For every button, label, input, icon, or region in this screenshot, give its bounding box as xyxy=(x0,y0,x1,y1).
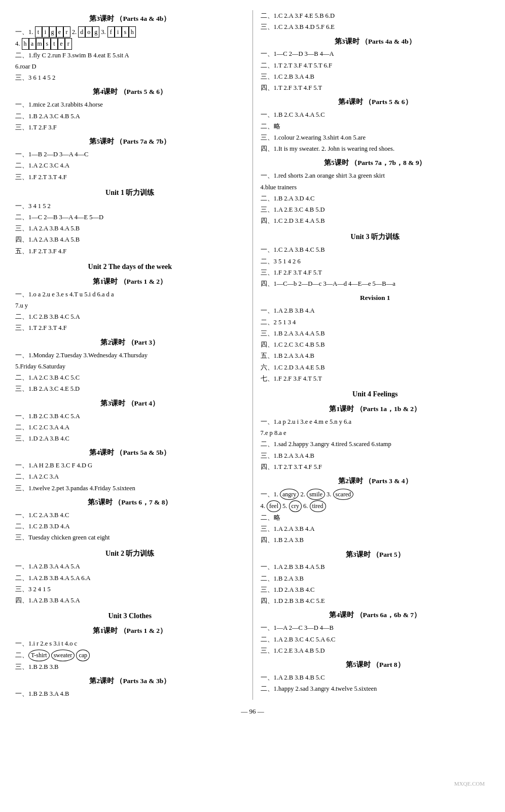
line: 三、1.colour 2.wearing 3.shirt 4.on 5.are xyxy=(261,132,490,143)
line: 二、1—C 2—B 3—A 4—E 5—D xyxy=(15,212,245,223)
line: 二、1.fly C 2.run F 3.swim B 4.eat E 5.sit… xyxy=(15,50,245,61)
circled-angry: angry xyxy=(280,489,299,500)
right-column: 二、1.C 2.A 3.F 4.E 5.B 6.D 三、1.C 2.A 3.B … xyxy=(261,10,490,700)
line: 四、1.D 2.B 3.B 4.C 5.E xyxy=(261,596,490,606)
line: 二、1.A 2.B 3.B 4.A 5.A 6.A xyxy=(15,573,245,584)
section-title-r5: 第1课时 （Parts 1a，1b & 2） xyxy=(261,403,490,415)
circled-cap: cap xyxy=(76,650,90,661)
line: 4. feel 5. cry 6. tired xyxy=(261,500,490,512)
section-title-r2: 第4课时 （Parts 5 & 6） xyxy=(261,96,490,108)
circled-scared: scared xyxy=(333,489,354,500)
line: 四、1—C—b 2—D—c 3—A—d 4—E—e 5—B—a xyxy=(261,279,490,289)
line: 二、1.B 2.A 3.B xyxy=(261,573,490,584)
line: 三、1.twelve 2.pet 3.pandas 4.Friday 5.six… xyxy=(15,483,245,494)
section-title-4: 第1课时 （Parts 1 & 2） xyxy=(15,276,245,288)
section-title-r9: 第5课时 （Part 8） xyxy=(261,659,490,671)
line: 三、1.B 2.B 3.B xyxy=(15,662,245,672)
section-title-10: 第2课时 （Parts 3a & 3b） xyxy=(15,675,245,687)
section-title-r8: 第4课时 （Parts 6a，6b & 7） xyxy=(261,610,490,621)
section-title-6: 第3课时 （Part 4） xyxy=(15,398,245,410)
line: 二、1.C 2.B 3.B 4.C 5.A xyxy=(15,312,245,322)
line: 四、1.C 2.C 3.C 4.B 5.B xyxy=(261,340,490,350)
section-title-9: 第1课时 （Parts 1 & 2） xyxy=(15,625,245,637)
line: 三、Tuesday chicken green cat eight xyxy=(15,532,245,543)
line: 一、1.A 2.B 3.B 4.A 5.B xyxy=(261,562,490,572)
boxed-t2: t xyxy=(51,38,58,49)
line: 三、3 6 1 4 5 2 xyxy=(15,73,245,83)
line: 7.e p 8.a e xyxy=(261,428,490,438)
line: 一、1.A 2.B 3.B 4.A xyxy=(261,306,490,316)
line: 一、1.A 2.B 3.A 4.A 5.A xyxy=(15,561,245,572)
line: 一、1.A H 2.B E 3.C F 4.D G xyxy=(15,460,245,471)
line: 一、1—C 2—D 3—B 4—A xyxy=(261,49,490,59)
line: 三、1.F 2.T 3.T 4.F xyxy=(15,172,245,183)
line: 二、1.A 2.C 3.C 4.A xyxy=(15,160,245,171)
unit-title-2: Unit 2 The days of the week xyxy=(15,261,245,273)
line: 一、1. angry 2. smile 3. scared xyxy=(261,489,490,500)
circled-tired: tired xyxy=(310,500,326,512)
line: 三、1.A 2.E 3.C 4.B 5.D xyxy=(261,205,490,215)
section-title-r7: 第3课时 （Part 5） xyxy=(261,549,490,561)
unit-title-r1: Unit 3 听力训练 xyxy=(261,231,490,243)
boxed-g2: g xyxy=(92,26,99,38)
line: 4.blue trainers xyxy=(261,182,490,193)
line: 三、1.C 2.B 3.A 4.B xyxy=(261,72,490,82)
line: 三、1.C 2.A 3.B 4.D 5.F 6.E xyxy=(261,22,490,32)
line: 三、1.B 2.A 3.A 4.A 5.B xyxy=(261,328,490,339)
line: 三、1.A 2.A 3.B 4.A xyxy=(261,524,490,534)
line: 六、1.C 2.D 3.A 4.E 5.B xyxy=(261,362,490,373)
line: 二、1.C 2.B 3.D 4.A xyxy=(15,521,245,532)
line: 一、1.o a 2.u e 3.e s 4.T u 5.i d 6.a d a xyxy=(15,289,245,300)
line: 一、1.mice 2.cat 3.rabbits 4.horse xyxy=(15,99,245,110)
line: 一、1.Monday 2.Tuesday 3.Wednesday 4.Thurs… xyxy=(15,350,245,361)
line: 三、1.D 2.A 3.B 4.C xyxy=(15,433,245,444)
line: 三、1.D 2.A 3.B 4.C xyxy=(261,585,490,595)
section-title-3: 第5课时 （Parts 7a & 7b） xyxy=(15,136,245,148)
line: 二、1.C 2.A 3.F 4.E 5.B 6.D xyxy=(261,11,490,21)
line: 一、1—A 2—C 3—D 4—B xyxy=(261,623,490,633)
line: 三、3 2 4 1 5 xyxy=(15,584,245,595)
line: 二、1.A 2.C 3.B 4.C 5.C xyxy=(15,373,245,383)
line: 三、1.A 2.A 3.B 4.A 5.B xyxy=(15,223,245,234)
line: 四、1.C 2.D 3.E 4.A 5.B xyxy=(261,216,490,226)
section-title-8: 第5课时 （Parts 6，7 & 8） xyxy=(15,497,245,509)
line: 一、3 4 1 5 2 xyxy=(15,201,245,212)
boxed-o: o xyxy=(85,26,92,38)
boxed-g: g xyxy=(49,26,56,38)
line: 四、1.A 2.A 3.B 4.A 5.B xyxy=(15,234,245,245)
line: 一、1.red shorts 2.an orange shirt 3.a gre… xyxy=(261,171,490,181)
line: 一、1.B 2.B 3.A 4.B xyxy=(15,689,245,699)
circled-feel: feel xyxy=(267,500,281,512)
circled-tshirt: T-shirt xyxy=(28,650,50,661)
line: 二、1.C 2.C 3.A 4.A xyxy=(15,422,245,433)
section-title-r1: 第3课时 （Parts 4a & 4b） xyxy=(261,36,490,48)
line: 4. hamster xyxy=(15,38,245,49)
boxed-d: d xyxy=(78,26,85,38)
section-title-r3: 第5课时 （Parts 7a，7b，8 & 9） xyxy=(261,157,490,169)
page: 第3课时 （Parts 4a & 4b） 一、1. tiger 2. dog 3… xyxy=(0,0,505,812)
section-title-1: 第3课时 （Parts 4a & 4b） xyxy=(15,13,245,25)
line: 一、1.C 2.A 3.B 4.C 5.B xyxy=(261,245,490,255)
line: 二、1.A 2.C 3.A xyxy=(15,471,245,482)
unit-title-3: Unit 2 听力训练 xyxy=(15,548,245,560)
line: 二、1.A 2.B 3.C 4.C 5.A 6.C xyxy=(261,634,490,645)
unit-title-1: Unit 1 听力训练 xyxy=(15,187,245,199)
boxed-h: h xyxy=(129,26,136,38)
line: 二、3 5 1 4 2 6 xyxy=(261,256,490,267)
line: 一、1.C 2.A 3.B 4.C xyxy=(15,510,245,521)
line: 四、1.B 2.A 3.B xyxy=(261,535,490,546)
line: 二、1.B 2.A 3.C 4.B 5.A xyxy=(15,111,245,122)
boxed-t: t xyxy=(35,26,42,38)
line: 一、1.i r 2.e s 3.i t 4.o c xyxy=(15,638,245,649)
circled-cry: cry xyxy=(289,500,302,512)
unit-title-4: Unit 3 Clothes xyxy=(15,610,245,622)
line: 四、1.It is my sweater. 2. John is wearing… xyxy=(261,144,490,154)
line: 一、1.A 2.B 3.B 4.B 5.C xyxy=(261,672,490,683)
line: 一、1. tiger 2. dog 3. fish xyxy=(15,26,245,38)
line: 三、1.F 2.F 3.T 4.F 5.T xyxy=(261,267,490,278)
unit-title-r2: Unit 4 Feelings xyxy=(261,388,490,400)
line: 三、1.B 2.A 3.C 4.E 5.D xyxy=(15,384,245,394)
line: 7.u y xyxy=(15,300,245,311)
boxed-i: i xyxy=(42,26,49,38)
line: 七、1.F 2.F 3.F 4.T 5.T xyxy=(261,374,490,384)
